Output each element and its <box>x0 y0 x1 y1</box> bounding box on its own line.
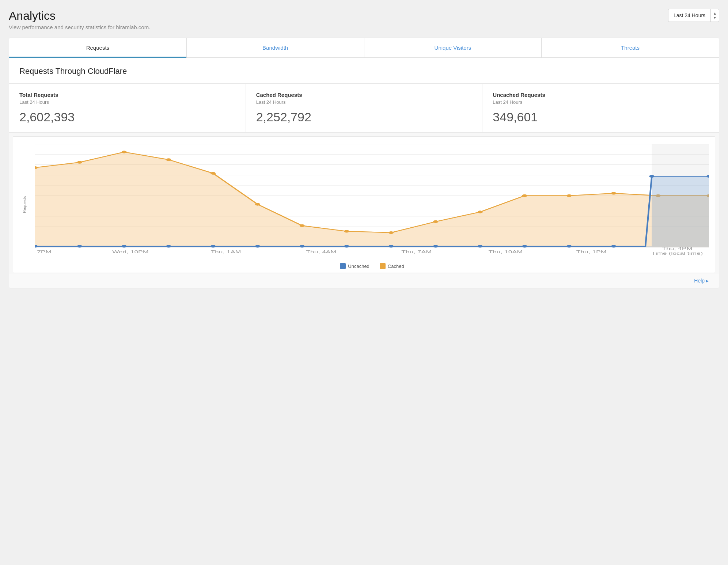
svg-point-50 <box>433 245 438 248</box>
y-axis-label: Requests <box>22 196 27 213</box>
time-selector-arrows[interactable]: ▲ ▼ <box>711 11 719 20</box>
svg-point-34 <box>522 194 527 197</box>
svg-point-55 <box>649 175 654 178</box>
chart-legend: Uncached Cached <box>35 263 709 269</box>
cached-swatch <box>380 263 386 269</box>
svg-point-51 <box>478 245 483 248</box>
svg-point-49 <box>388 245 394 248</box>
svg-point-42 <box>77 245 82 248</box>
svg-text:Time (local time): Time (local time) <box>652 251 703 255</box>
tab-bandwidth[interactable]: Bandwidth <box>187 38 364 57</box>
svg-text:Thu, 4PM: Thu, 4PM <box>662 247 693 251</box>
stat-total-period: Last 24 Hours <box>19 99 235 105</box>
svg-text:Thu, 1PM: Thu, 1PM <box>576 250 607 254</box>
stat-cached-period: Last 24 Hours <box>256 99 472 105</box>
stat-uncached-label: Uncached Requests <box>493 92 709 98</box>
page-header: Analytics View performance and security … <box>9 9 719 30</box>
svg-point-30 <box>344 230 349 233</box>
svg-point-31 <box>388 231 394 234</box>
svg-point-36 <box>611 192 616 195</box>
svg-text:Wed, 10PM: Wed, 10PM <box>112 250 149 254</box>
main-card: Requests Bandwidth Unique Visitors Threa… <box>9 38 719 288</box>
svg-text:Thu, 7AM: Thu, 7AM <box>401 250 432 254</box>
svg-point-33 <box>478 211 483 213</box>
legend-cached-label: Cached <box>388 263 404 269</box>
tab-requests[interactable]: Requests <box>9 38 187 57</box>
svg-point-32 <box>433 220 438 223</box>
stat-uncached-requests: Uncached Requests Last 24 Hours 349,601 <box>482 84 719 132</box>
chart-section: Requests 0 20K 40K 60K 80K <box>9 133 719 273</box>
stat-total-value: 2,602,393 <box>19 110 235 124</box>
page-subtitle: View performance and security statistics… <box>9 24 150 30</box>
stats-row: Total Requests Last 24 Hours 2,602,393 C… <box>9 83 719 133</box>
time-selector-label: Last 24 Hours <box>668 9 711 22</box>
svg-point-29 <box>300 224 305 227</box>
help-link[interactable]: Help ▸ <box>694 278 709 284</box>
stat-uncached-value: 349,601 <box>493 110 709 124</box>
svg-point-52 <box>522 245 527 248</box>
arrow-down-icon: ▼ <box>713 16 717 20</box>
svg-point-47 <box>300 245 305 248</box>
legend-uncached: Uncached <box>340 263 369 269</box>
svg-point-45 <box>211 245 216 248</box>
svg-text:Thu, 4AM: Thu, 4AM <box>306 250 336 254</box>
stat-cached-label: Cached Requests <box>256 92 472 98</box>
svg-point-25 <box>122 151 127 153</box>
svg-point-54 <box>611 245 616 248</box>
tabs-container: Requests Bandwidth Unique Visitors Threa… <box>9 38 719 58</box>
header-text: Analytics View performance and security … <box>9 9 150 30</box>
svg-point-44 <box>166 245 171 248</box>
uncached-swatch <box>340 263 346 269</box>
svg-point-28 <box>255 203 260 206</box>
time-selector[interactable]: Last 24 Hours ▲ ▼ <box>668 9 719 22</box>
svg-point-24 <box>77 161 82 164</box>
svg-point-43 <box>122 245 127 248</box>
stat-cached-value: 2,252,792 <box>256 110 472 124</box>
stat-uncached-period: Last 24 Hours <box>493 99 709 105</box>
tab-threats[interactable]: Threats <box>542 38 719 57</box>
svg-point-26 <box>166 159 171 161</box>
svg-marker-22 <box>35 152 709 247</box>
page-title: Analytics <box>9 9 150 23</box>
svg-text:Wed, 7PM: Wed, 7PM <box>35 250 51 254</box>
svg-text:Thu, 1AM: Thu, 1AM <box>211 250 241 254</box>
stat-cached-requests: Cached Requests Last 24 Hours 2,252,792 <box>246 84 483 132</box>
svg-point-27 <box>211 172 216 175</box>
chart-svg: 0 20K 40K 60K 80K 100K 120K 140K 160K 18… <box>35 144 709 257</box>
legend-cached: Cached <box>380 263 404 269</box>
stat-total-label: Total Requests <box>19 92 235 98</box>
arrow-up-icon: ▲ <box>713 11 717 15</box>
svg-point-53 <box>566 245 572 248</box>
stat-total-requests: Total Requests Last 24 Hours 2,602,393 <box>9 84 246 132</box>
legend-uncached-label: Uncached <box>348 263 369 269</box>
footer: Help ▸ <box>9 273 719 288</box>
section-title: Requests Through CloudFlare <box>9 58 719 83</box>
svg-text:Thu, 10AM: Thu, 10AM <box>489 250 523 254</box>
svg-point-48 <box>344 245 349 248</box>
svg-point-46 <box>255 245 260 248</box>
svg-point-35 <box>566 194 572 197</box>
chart-panel: Requests 0 20K 40K 60K 80K <box>13 136 715 273</box>
tab-unique-visitors[interactable]: Unique Visitors <box>364 38 542 57</box>
